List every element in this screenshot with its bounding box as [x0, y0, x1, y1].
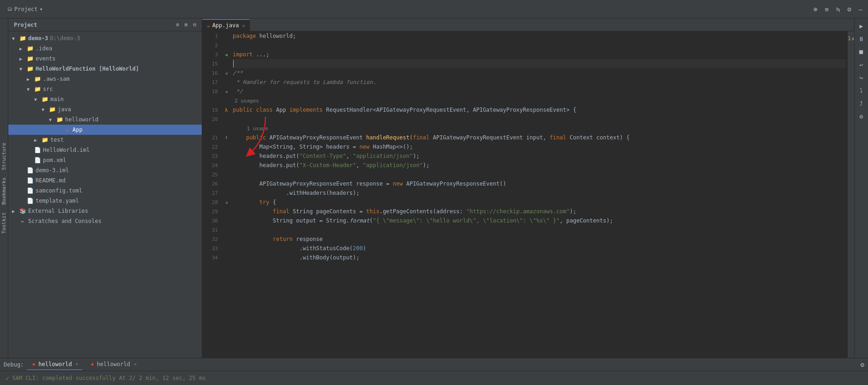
right-tool-7-icon[interactable]: ⤴	[856, 98, 867, 109]
left-side-panel: Structure Bookmarks Toolkit	[0, 18, 8, 358]
scratch-icon: ✏	[18, 218, 27, 224]
tree-label-hwliml: HelloWorld.iml	[43, 147, 90, 153]
tree-label-events: events	[36, 55, 55, 62]
folder-awssam-icon: 📁	[33, 76, 42, 82]
tree-item-idea[interactable]: ▶ 📁 .idea	[8, 43, 202, 54]
tree-item-helloworld[interactable]: ▼ 📁 helloworld	[8, 114, 202, 125]
tree-item-readme[interactable]: 📄 README.md	[8, 175, 202, 186]
toolkit-label[interactable]: Toolkit	[0, 209, 8, 237]
tab-bar: ☕ App.java ✕	[202, 18, 854, 31]
code-line-22: Map<String, String> headers = new HashMa…	[233, 142, 846, 151]
folder-demo3-icon: 📁	[18, 35, 27, 42]
arrow-helloworldfn-icon: ▼	[19, 66, 26, 72]
tree-item-main[interactable]: ▼ 📁 main	[8, 94, 202, 104]
settings-icon[interactable]: ⚙	[845, 4, 853, 15]
code-line-17: * Handler for requests to Lambda functio…	[233, 78, 846, 87]
code-line-32: return response	[233, 235, 846, 244]
tree-item-helloworldfn[interactable]: ▼ 📁 HelloWorldFunction [HelloWorld]	[8, 64, 202, 74]
arrow-idea-icon: ▶	[19, 46, 26, 51]
status-text: SAM CLI: completed successfully At 2/ 2 …	[12, 375, 205, 381]
tree-item-app[interactable]: ☕ App	[8, 125, 202, 135]
bottom-tab-1-close-icon[interactable]: ✕	[76, 361, 78, 367]
tab-close-icon[interactable]: ✕	[242, 23, 245, 28]
top-bar: 🗂 Project ▾ ⊕ ≡ ≒ ⚙ —	[0, 0, 868, 18]
structure-icon[interactable]: ≡	[823, 4, 830, 15]
arrow-21-icon[interactable]: ⬆	[224, 134, 228, 141]
folder-extlibs-icon: 📚	[18, 208, 27, 214]
sidebar-gear-icon[interactable]: ⚙	[174, 20, 181, 30]
code-line-26: APIGatewayProxyResponseEvent response = …	[233, 179, 846, 188]
right-tool-3-icon[interactable]: ⏹	[856, 46, 867, 57]
file-hwliml-icon: 📄	[33, 147, 42, 153]
tree-label-java: java	[58, 106, 71, 113]
right-tool-8-icon[interactable]: ⚙	[856, 111, 867, 122]
project-dropdown[interactable]: 🗂 Project ▾	[4, 4, 47, 14]
up-arrow-icon[interactable]: ∧	[852, 36, 854, 41]
tree-item-src[interactable]: ▼ 📁 src	[8, 84, 202, 94]
fold-18-icon[interactable]: ◀	[225, 89, 228, 94]
code-line-16: /**	[233, 68, 846, 78]
bottom-tab-2-close-icon[interactable]: ✕	[134, 361, 137, 367]
code-usages-2: 1 usage	[233, 124, 846, 133]
fold-28-icon[interactable]: ◀	[225, 200, 228, 205]
dropdown-arrow-icon: ▾	[40, 6, 43, 12]
right-tool-1-icon[interactable]: ▶	[856, 20, 867, 31]
sidebar-collapse-icon[interactable]: ⊟	[191, 20, 198, 30]
code-editor[interactable]: package helloworld; import ...; /**	[231, 31, 848, 358]
tree-item-events[interactable]: ▶ 📁 events	[8, 54, 202, 64]
tree-item-helloworldiml[interactable]: 📄 HelloWorld.iml	[8, 145, 202, 155]
arrow-test-icon: ▶	[34, 138, 41, 143]
bottom-panel: Debug: 🔺 helloworld ✕ 🔺 helloworld ✕ ⚙ ✓…	[0, 358, 868, 385]
right-tool-5-icon[interactable]: ↪	[856, 72, 867, 83]
right-tool-2-icon[interactable]: ⏸	[856, 33, 867, 44]
file-demo3iml-icon: 📄	[26, 167, 34, 174]
right-tool-4-icon[interactable]: ↩	[856, 59, 867, 70]
tree-label-readme: README.md	[36, 177, 66, 184]
bottom-settings-icon[interactable]: ⚙	[861, 361, 864, 368]
tab-appjava-label: App.java	[212, 22, 239, 29]
tree-label-helloworld: helloworld	[65, 116, 98, 123]
tab-appjava[interactable]: ☕ App.java ✕	[202, 19, 250, 31]
bookmarks-icon[interactable]: ≒	[834, 4, 842, 15]
tree-item-samconfig[interactable]: 📄 samconfig.toml	[8, 186, 202, 196]
right-gutter: ⚠ 1 ∧ ∨	[848, 31, 854, 358]
bottom-tab-2-icon: 🔺	[90, 361, 95, 367]
arrow-awssam-icon: ▶	[27, 77, 33, 82]
tree-item-awssam[interactable]: ▶ 📁 .aws-sam	[8, 74, 202, 84]
code-line-30: String output = String.format("{ \"messa…	[233, 216, 846, 225]
tree-item-demo3[interactable]: ▼ 📁 demo-3 D:\demo-3	[8, 33, 202, 43]
navigate-icon[interactable]: ⊕	[812, 4, 819, 15]
file-readme-icon: 📄	[26, 177, 34, 184]
bottom-tab-helloworld-1[interactable]: 🔺 helloworld ✕	[27, 359, 82, 370]
sidebar-title: Project	[12, 22, 39, 28]
bottom-tab-1-icon: 🔺	[31, 361, 36, 367]
code-line-25	[233, 170, 846, 179]
lambda-19-icon[interactable]: λ	[225, 107, 228, 113]
tree-item-demo3iml[interactable]: 📄 demo-3.iml	[8, 165, 202, 175]
tree-item-scratches[interactable]: ✏ Scratches and Consoles	[8, 216, 202, 226]
tree-item-template[interactable]: 📄 template.yaml	[8, 196, 202, 206]
tree-item-extlibs[interactable]: ▶ 📚 External Libraries	[8, 206, 202, 216]
fold-3-icon[interactable]: ◀	[225, 52, 228, 57]
code-line-18: */	[233, 87, 846, 96]
editor-content: 1 2 3 ◀ 15 16 ◀	[202, 31, 854, 358]
bottom-tab-helloworld-2[interactable]: 🔺 helloworld ✕	[86, 359, 140, 370]
fold-16-icon[interactable]: ◀	[225, 71, 228, 76]
editor-panel: ☕ App.java ✕ 1 2 3 ◀	[202, 18, 854, 358]
structure-label[interactable]: Structure	[0, 139, 8, 174]
bookmarks-label[interactable]: Bookmarks	[0, 174, 8, 209]
tree-path-demo3: D:\demo-3	[50, 35, 80, 42]
tree-label-demo3iml: demo-3.iml	[36, 167, 69, 174]
minimize-icon[interactable]: —	[857, 4, 864, 15]
sidebar-expand-icon[interactable]: ⊞	[183, 20, 190, 30]
status-check-icon: ✓	[6, 374, 9, 382]
tree-label-idea: .idea	[36, 45, 52, 52]
code-line-15[interactable]	[233, 59, 846, 68]
tree-item-pomxml[interactable]: 📄 pom.xml	[8, 155, 202, 165]
tree-item-test[interactable]: ▶ 📁 test	[8, 135, 202, 145]
file-pomxml-icon: 📄	[33, 157, 42, 163]
tree-label-app: App	[72, 126, 83, 133]
right-tool-6-icon[interactable]: ⤵	[856, 85, 867, 96]
tree-item-java[interactable]: ▼ 📁 java	[8, 104, 202, 114]
sidebar: Project ⚙ ⊞ ⊟ ▼ 📁 demo-3 D:\demo-3 ▶ 📁	[8, 18, 202, 358]
